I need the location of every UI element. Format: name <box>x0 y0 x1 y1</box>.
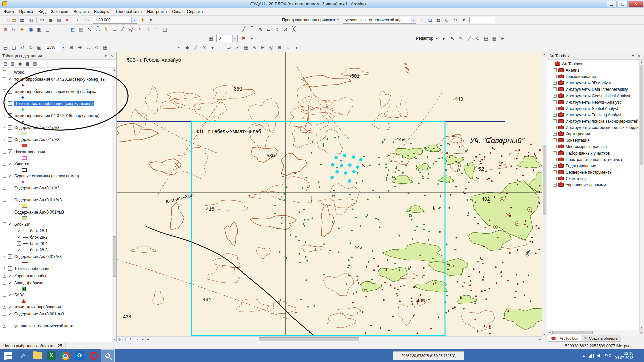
taskbar-explorer-icon[interactable] <box>30 349 44 362</box>
scroll-down-icon[interactable]: ▼ <box>112 337 116 342</box>
line-red-symbol[interactable] <box>22 194 28 194</box>
rotate-raster-icon[interactable]: ↻ <box>451 16 459 24</box>
identify-icon[interactable]: ⓘ <box>94 25 102 33</box>
layer-label[interactable]: Содержание Au>0,01г/м3 <box>14 198 62 202</box>
toc-layer-2[interactable]: −✓Точки шлих. опробования (сверху номер) <box>2 100 112 107</box>
layer-checkbox[interactable]: ✓ <box>8 137 12 142</box>
menu-item-0[interactable]: Файл <box>1 8 17 15</box>
image-analysis-icon[interactable]: ▣ <box>35 44 43 51</box>
scroll-left-icon[interactable]: ◀ <box>547 330 552 335</box>
georeferencing-menu[interactable]: Пространственная привязка▼ <box>280 18 342 22</box>
layer-checkbox[interactable]: ✓ <box>8 293 12 297</box>
expander-icon[interactable]: − <box>3 293 6 297</box>
sw-red-symbol[interactable] <box>22 144 27 147</box>
expander-icon[interactable]: − <box>3 126 6 129</box>
error-inspector-icon[interactable]: ▦ <box>242 44 250 51</box>
toolbox-item-5[interactable]: +Инструменты Network Analyst <box>552 99 639 105</box>
go-to-xy-icon[interactable]: ⊹ <box>144 25 152 33</box>
expander-icon[interactable]: + <box>553 158 557 161</box>
pin-icon[interactable]: ▾ <box>103 53 108 59</box>
sw-lightgreen-symbol[interactable] <box>22 132 27 135</box>
sketch-tool-icon[interactable]: ✎ <box>457 35 465 42</box>
snap-midpoint-icon[interactable]: ● <box>209 44 216 51</box>
toolbox-item-17[interactable]: +Схематика <box>552 175 639 182</box>
taskbar-outlook-icon[interactable]: O <box>72 349 87 362</box>
expander-icon[interactable]: + <box>553 113 557 117</box>
expander-icon[interactable]: + <box>553 164 557 168</box>
add-data-icon[interactable]: ✚ <box>139 16 146 24</box>
sketch-arc-icon[interactable]: ⌒ <box>248 25 256 33</box>
layer-label[interactable]: точки опробования 04.07.2018(сверху номе… <box>14 77 106 82</box>
forward-extent-icon[interactable]: → <box>60 25 68 33</box>
snap-intersection-icon[interactable]: ✕ <box>200 44 208 51</box>
transform-dropdown-icon[interactable]: ▾ <box>460 16 468 24</box>
toolbox-item-4[interactable]: +Инструменты Geostatistical Analyst <box>552 93 639 99</box>
toc-layer-19[interactable]: −✓Содержание Au>0,001г/м3 <box>2 310 112 317</box>
show-desktop-button[interactable] <box>638 349 641 362</box>
layer-checkbox[interactable]: ✓ <box>8 174 12 178</box>
list-by-selection-icon[interactable]: ▣ <box>24 60 31 67</box>
close-button[interactable]: ✕ <box>628 1 643 7</box>
expander-icon[interactable]: + <box>553 183 557 187</box>
add-control-points-icon[interactable]: ⊞ <box>426 16 434 24</box>
sketch-properties-icon[interactable]: ▦ <box>491 35 498 42</box>
line-red-symbol[interactable] <box>22 320 28 320</box>
clock[interactable]: 12:18 04.07.2018 <box>615 351 633 360</box>
menu-item-2[interactable]: Вид <box>36 8 48 15</box>
attributes-icon[interactable]: ▤ <box>482 35 490 42</box>
layer-label[interactable]: Содержание Au>0,1г/м3 <box>14 186 59 190</box>
viewer-window-icon[interactable]: ◫ <box>161 25 169 33</box>
toc-layer-17[interactable]: −✓БАЗА <box>2 291 112 298</box>
toc-sublayer-3[interactable]: ✓блок 28-3 <box>17 247 112 253</box>
expander-icon[interactable]: + <box>553 138 557 142</box>
toc-options-icon[interactable]: ▦ <box>32 60 38 67</box>
time-slider-icon[interactable]: ◔ <box>153 25 160 33</box>
refresh-view-button[interactable]: ↻ <box>128 337 134 342</box>
layer-checkbox[interactable]: ✓ <box>17 229 21 233</box>
toolbox-item-12[interactable]: +Многомерные данные <box>552 143 639 150</box>
trace-icon[interactable]: ∿ <box>251 44 258 51</box>
chevron-down-icon[interactable]: ▼ <box>61 44 66 51</box>
list-by-source-icon[interactable]: ▥ <box>9 60 16 67</box>
georeferencing-layer-combo[interactable]: условные к геологической кар▼ <box>343 17 416 24</box>
layer-label[interactable]: точки опробования 04.07.2018(сверху номе… <box>14 113 99 118</box>
expander-icon[interactable]: + <box>553 87 557 91</box>
grid-view-icon[interactable]: ▦ <box>101 44 109 51</box>
back-extent-icon[interactable]: ← <box>52 25 60 33</box>
expander-icon[interactable]: − <box>3 281 6 285</box>
layer-checkbox[interactable]: ✓ <box>8 77 12 81</box>
toolbox-item-13[interactable]: +Набор данных участков <box>552 150 639 156</box>
paste-icon[interactable]: ▧ <box>55 16 63 24</box>
transparency-combo[interactable]: 0▼ <box>216 35 238 42</box>
layer-label[interactable]: Содержание Au>0,001г/м3 <box>14 312 64 316</box>
toc-scrollbar[interactable]: ▲ ▼ <box>112 68 116 342</box>
sw-green-symbol[interactable] <box>22 216 27 220</box>
expander-icon[interactable]: + <box>553 132 557 136</box>
close-panel-icon[interactable]: ✕ <box>109 53 114 59</box>
expander-icon[interactable]: − <box>3 312 6 316</box>
toc-sublayer-0[interactable]: ✓блок 28-1 <box>17 228 112 234</box>
network-icon[interactable] <box>589 354 594 358</box>
link-table-icon[interactable]: ▦ <box>435 16 442 24</box>
layer-list-icon[interactable]: ▦ <box>207 35 215 42</box>
sublayer-label[interactable]: блок 28-2 <box>30 235 48 240</box>
chevron-down-icon[interactable]: ▼ <box>131 17 137 23</box>
zoom-out-icon[interactable]: ⊖ <box>10 25 18 33</box>
layer-checkbox[interactable] <box>8 266 12 271</box>
tri-red-symbol[interactable] <box>22 299 26 303</box>
dot-darkred-symbol[interactable] <box>22 121 24 123</box>
menu-item-9[interactable]: Справка <box>184 8 205 15</box>
maximize-button[interactable]: ▢ <box>618 1 628 7</box>
toolbox-item-0[interactable]: +Анализ <box>552 67 639 73</box>
scroll-thumb[interactable] <box>640 65 643 165</box>
scroll-right-icon[interactable]: ▶ <box>538 337 542 341</box>
map-vertical-scrollbar[interactable]: ▲ ▼ <box>542 52 547 336</box>
layer-label[interactable]: Содержание Au>0,001г/м3 <box>14 210 64 215</box>
layer-checkbox[interactable]: ✓ <box>8 222 12 226</box>
expander-icon[interactable]: − <box>3 102 6 105</box>
collapse-icon[interactable]: − <box>3 70 6 74</box>
sketch-vertex-icon[interactable]: ⊿ <box>282 25 289 33</box>
layer-checkbox[interactable]: ✓ <box>8 305 12 309</box>
map-view[interactable]: 508 · г. Гебель-Харайуб399·501·448357481… <box>117 52 547 342</box>
expander-icon[interactable]: + <box>3 274 6 278</box>
